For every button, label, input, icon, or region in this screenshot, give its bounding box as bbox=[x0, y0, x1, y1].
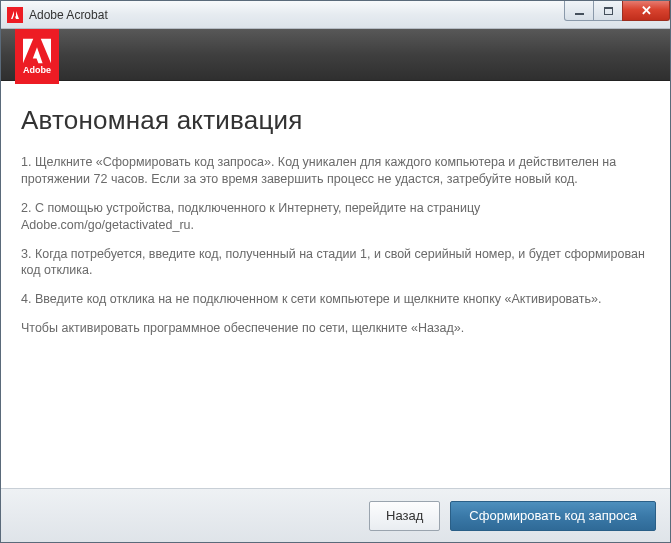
app-window: Adobe Acrobat ✕ Adobe Автономная активац… bbox=[0, 0, 671, 543]
maximize-button[interactable] bbox=[593, 1, 623, 21]
step-2-text: 2. С помощью устройства, подключенного к… bbox=[21, 200, 650, 234]
content-area: Автономная активация 1. Щелкните «Сформи… bbox=[1, 81, 670, 488]
step-3-text: 3. Когда потребуется, введите код, получ… bbox=[21, 246, 650, 280]
close-button[interactable]: ✕ bbox=[622, 1, 670, 21]
window-controls: ✕ bbox=[565, 1, 670, 21]
window-title: Adobe Acrobat bbox=[29, 8, 108, 22]
titlebar[interactable]: Adobe Acrobat ✕ bbox=[1, 1, 670, 29]
back-button[interactable]: Назад bbox=[369, 501, 440, 531]
note-text: Чтобы активировать программное обеспечен… bbox=[21, 320, 650, 337]
instructions: 1. Щелкните «Сформировать код запроса». … bbox=[21, 154, 650, 337]
adobe-brand-text: Adobe bbox=[23, 65, 51, 75]
app-icon bbox=[7, 7, 23, 23]
step-4-text: 4. Введите код отклика на не подключенно… bbox=[21, 291, 650, 308]
generate-request-code-button[interactable]: Сформировать код запроса bbox=[450, 501, 656, 531]
header-band: Adobe bbox=[1, 29, 670, 81]
step-1-text: 1. Щелкните «Сформировать код запроса». … bbox=[21, 154, 650, 188]
minimize-button[interactable] bbox=[564, 1, 594, 21]
adobe-brand-tag: Adobe bbox=[15, 29, 59, 84]
page-title: Автономная активация bbox=[21, 105, 650, 136]
footer-bar: Назад Сформировать код запроса bbox=[1, 488, 670, 542]
